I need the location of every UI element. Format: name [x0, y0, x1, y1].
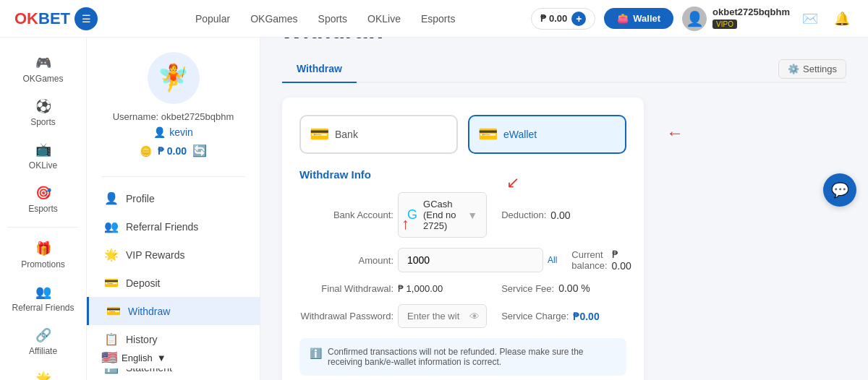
- profile-menu-withdraw[interactable]: 💳 Withdraw: [87, 297, 260, 325]
- profile-menu-history-icon: 📋: [104, 332, 119, 346]
- bank-account-select[interactable]: G GCash (End no 2725) ▼: [398, 192, 487, 238]
- user-area[interactable]: 👤 okbet2725bqbhm VIPO: [682, 7, 790, 31]
- profile-menu-deposit[interactable]: 💳 Deposit: [87, 269, 260, 297]
- sidebar-divider: [7, 227, 79, 228]
- chat-button[interactable]: 💬: [823, 173, 856, 207]
- service-fee-label: Service Fee:: [501, 283, 554, 294]
- sidebar-item-esports[interactable]: 🎯 Esports: [0, 178, 86, 221]
- sidebar-item-oklive[interactable]: 📺 OKLive: [0, 134, 86, 178]
- amount-arrow-indicator: ↑: [401, 215, 409, 233]
- sidebar-item-vip[interactable]: 🌟 VIP Rewards: [0, 363, 86, 380]
- menu-toggle-button[interactable]: ☰: [75, 7, 98, 30]
- sidebar-item-label: OKGames: [22, 74, 63, 84]
- sidebar-item-label: Promotions: [21, 259, 65, 269]
- bank-account-label: Bank Account:: [299, 210, 393, 220]
- profile-menu-referral-icon: 👥: [104, 220, 119, 233]
- profile-username: Username: okbet2725bqbhm: [101, 111, 245, 122]
- logo[interactable]: OK BET ☰: [14, 7, 98, 30]
- payment-bank-label: Bank: [335, 129, 358, 140]
- balance-amount: ₱ 0.00: [540, 13, 567, 24]
- language-label: English: [122, 353, 153, 363]
- profile-name-text: kevin: [169, 126, 193, 138]
- mail-icon[interactable]: ✉️: [799, 7, 822, 30]
- wallet-icon: 👛: [617, 13, 629, 24]
- username-display: okbet2725bqbhm: [712, 7, 790, 17]
- sidebar-item-referral[interactable]: 👥 Referral Friends: [0, 277, 86, 320]
- wallet-button[interactable]: 👛 Wallet: [604, 8, 673, 29]
- nav-esports[interactable]: Esports: [421, 13, 455, 25]
- current-balance-value: ₱ 0.00: [612, 249, 631, 272]
- sidebar-item-affiliate[interactable]: 🔗 Affiliate: [0, 320, 86, 363]
- sidebar-item-label: Referral Friends: [12, 303, 74, 313]
- profile-balance: 🪙 ₱ 0.00 🔄: [101, 144, 245, 157]
- settings-button[interactable]: ⚙️ Settings: [778, 59, 846, 79]
- amount-input[interactable]: [398, 248, 543, 272]
- payment-ewallet-label: eWallet: [503, 129, 537, 140]
- logo-bet: BET: [38, 9, 70, 28]
- sidebar-item-promotions[interactable]: 🎁 Promotions: [0, 233, 86, 277]
- final-withdrawal-value: ₱ 1,000.00: [398, 283, 443, 294]
- promotions-icon: 🎁: [35, 241, 51, 256]
- sports-icon: ⚽: [35, 98, 51, 114]
- settings-label: Settings: [803, 64, 837, 74]
- profile-header: 🧚 Username: okbet2725bqbhm 👤 kevin 🪙 ₱ 0…: [87, 52, 260, 169]
- profile-menu-deposit-icon: 💳: [104, 276, 119, 290]
- tab-withdraw[interactable]: Withdraw: [282, 56, 357, 83]
- user-avatar: 👤: [682, 7, 707, 31]
- sidebar-item-sports[interactable]: ⚽ Sports: [0, 91, 86, 134]
- withdraw-info-title: Withdraw Info: [299, 168, 626, 181]
- logo-ok: OK: [14, 9, 38, 28]
- all-link[interactable]: All: [548, 255, 557, 265]
- ewallet-payment-icon: 💳: [478, 125, 498, 144]
- nav-sports[interactable]: Sports: [318, 13, 347, 25]
- sidebar-item-label: Sports: [30, 117, 56, 127]
- payment-ewallet-button[interactable]: 💳 eWallet: [468, 115, 626, 154]
- profile-menu-profile[interactable]: 👤 Profile: [87, 184, 260, 212]
- profile-balance-amount: ₱ 0.00: [158, 145, 187, 157]
- info-icon: ℹ️: [310, 347, 322, 359]
- payment-bank-button[interactable]: 💳 Bank: [299, 115, 458, 154]
- profile-menu-vip-label: VIP Rewards: [126, 249, 184, 261]
- profile-divider: [101, 176, 245, 177]
- profile-menu-vip[interactable]: 🌟 VIP Rewards: [87, 241, 260, 269]
- sidebar-item-okgames[interactable]: 🎮 OKGames: [0, 48, 86, 91]
- nav-okgames[interactable]: OKGames: [250, 13, 297, 25]
- add-balance-button[interactable]: +: [571, 12, 586, 26]
- sidebar-item-label: Esports: [28, 204, 58, 214]
- flag-icon: 🇺🇸: [101, 350, 117, 366]
- oklive-icon: 📺: [35, 142, 51, 157]
- okgames-icon: 🎮: [35, 55, 51, 71]
- balance-display: ₱ 0.00 +: [531, 8, 595, 30]
- nav-popular[interactable]: Popular: [195, 13, 230, 25]
- profile-menu-withdraw-label: Withdraw: [128, 306, 170, 317]
- amount-label: Amount:: [299, 255, 393, 266]
- current-balance-label: Current balance:: [571, 249, 607, 271]
- service-charge-label: Service Charge:: [501, 311, 569, 321]
- refresh-balance-button[interactable]: 🔄: [192, 144, 207, 157]
- profile-name-icon: 👤: [153, 126, 166, 138]
- language-selector[interactable]: 🇺🇸 English ▼: [94, 347, 174, 368]
- profile-sidebar: 🧚 Username: okbet2725bqbhm 👤 kevin 🪙 ₱ 0…: [87, 38, 260, 380]
- show-password-icon[interactable]: 👁: [469, 311, 480, 322]
- chat-icon: 💬: [831, 181, 849, 199]
- profile-menu-deposit-label: Deposit: [126, 277, 160, 289]
- profile-menu-referral[interactable]: 👥 Referral Friends: [87, 212, 260, 241]
- notification-bell-icon[interactable]: 🔔: [830, 7, 854, 30]
- main-content: Withdraw Withdraw ⚙️ Settings 💳 Bank 💳 e…: [260, 0, 868, 380]
- bank-dropdown-arrow-icon: ▼: [467, 210, 477, 221]
- nav-oklive[interactable]: OKLive: [367, 13, 401, 25]
- payment-methods: 💳 Bank 💳 eWallet: [299, 115, 626, 154]
- affiliate-icon: 🔗: [35, 327, 51, 343]
- final-withdrawal-label: Final Withdrawal:: [299, 283, 393, 294]
- profile-menu-profile-icon: 👤: [104, 191, 119, 205]
- settings-gear-icon: ⚙️: [788, 64, 799, 74]
- vip-icon: 🌟: [35, 371, 51, 380]
- profile-display-name: 👤 kevin: [101, 126, 245, 138]
- wallet-balance-icon: 🪙: [140, 145, 152, 157]
- user-info: okbet2725bqbhm VIPO: [712, 7, 790, 30]
- bank-payment-icon: 💳: [310, 125, 329, 144]
- profile-menu-history-label: History: [126, 334, 158, 345]
- tabs-bar: Withdraw ⚙️ Settings: [282, 56, 846, 83]
- service-fee-value: 0.00 %: [558, 282, 590, 294]
- withdrawal-password-label: Withdrawal Password:: [299, 311, 393, 321]
